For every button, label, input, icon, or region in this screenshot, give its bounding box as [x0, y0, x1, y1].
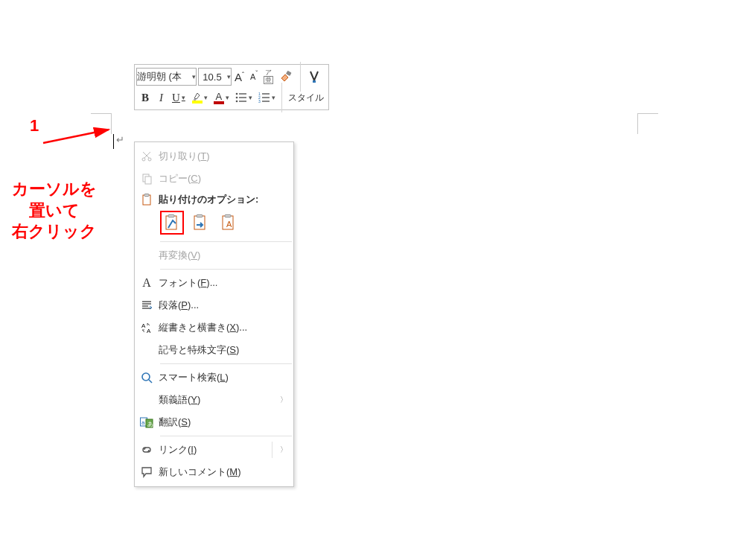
menu-item-symbols[interactable]: 記号と特殊文字(S)	[135, 339, 293, 361]
font-name-value: 游明朝 (本	[137, 70, 191, 83]
menu-item-paragraph[interactable]: 段落(P)...	[135, 294, 293, 316]
menu-label: リンク(I)	[159, 443, 267, 456]
bold-button[interactable]: B	[136, 88, 154, 107]
svg-rect-9	[262, 93, 270, 94]
highlight-swatch	[192, 101, 203, 104]
svg-rect-3	[239, 93, 246, 94]
font-color-button[interactable]: A ▾	[211, 88, 232, 107]
svg-point-14	[142, 158, 145, 161]
menu-item-reconvert: 再変換(V)	[135, 244, 293, 267]
menu-label: 翻訳(S)	[159, 416, 287, 429]
menu-item-font[interactable]: A フォント(F)...	[135, 272, 293, 294]
paragraph-mark: ↵	[116, 134, 124, 145]
svg-text:3: 3	[258, 99, 261, 104]
svg-text:あ: あ	[147, 421, 153, 427]
bullets-button[interactable]: ▾	[232, 88, 255, 107]
annotation-step-1-text: カーソルを 置いて 右クリック	[12, 179, 97, 243]
chevron-down-icon: ▾	[224, 94, 229, 101]
chevron-right-icon: 〉	[277, 395, 287, 405]
separator	[281, 83, 282, 112]
font-name-dropdown[interactable]: 游明朝 (本 ▾	[136, 68, 197, 86]
translate-icon: aあ	[135, 416, 159, 428]
italic-button[interactable]: I	[154, 88, 168, 107]
svg-rect-1	[286, 71, 292, 76]
underline-button[interactable]: U▾	[168, 88, 189, 107]
numbering-button[interactable]: 123 ▾	[255, 88, 278, 107]
separator	[160, 269, 292, 270]
menu-item-new-comment[interactable]: 新しいコメント(M)	[135, 461, 293, 483]
menu-label: フォント(F)...	[159, 276, 287, 290]
chevron-down-icon: ▾	[247, 94, 252, 101]
mini-toolbar: 游明朝 (本 ▾ 10.5 ▾ Aˆ Aˇ ア亜 B I U▾	[134, 64, 329, 110]
font-icon: A	[135, 276, 159, 290]
paste-keep-source-formatting[interactable]	[160, 211, 184, 235]
copy-icon	[135, 173, 159, 185]
chevron-down-icon: ▾	[203, 94, 208, 101]
separator	[160, 436, 292, 436]
svg-rect-25	[225, 215, 231, 217]
chevron-down-icon: ▾	[270, 94, 275, 101]
menu-item-synonyms[interactable]: 類義語(Y) 〉	[135, 389, 293, 411]
svg-rect-22	[194, 216, 205, 229]
paste-options-header: 貼り付けのオプション:	[159, 190, 258, 209]
menu-item-paste-options: 貼り付けのオプション: A	[135, 190, 293, 239]
svg-point-4	[236, 97, 238, 99]
menu-label: 切り取り(T)	[159, 150, 287, 163]
text-caret	[113, 134, 114, 149]
font-color-swatch	[214, 101, 224, 104]
menu-item-cut: 切り取り(T)	[135, 145, 293, 168]
svg-point-6	[236, 101, 238, 103]
styles-label[interactable]: スタイル	[285, 92, 327, 104]
separator	[160, 363, 292, 364]
menu-label: 縦書きと横書き(X)...	[159, 321, 287, 334]
annotation-step-1-number: 1	[30, 116, 39, 136]
annotation-line: 置いて	[12, 200, 97, 222]
svg-point-29	[142, 373, 150, 381]
menu-label: 再変換(V)	[159, 249, 287, 262]
svg-text:a: a	[141, 419, 145, 426]
ruby-top: ア	[265, 69, 272, 76]
link-icon	[135, 444, 159, 456]
shrink-font-button[interactable]: Aˇ	[247, 67, 261, 86]
menu-item-copy: コピー(C)	[135, 168, 293, 190]
font-size-value: 10.5	[199, 71, 226, 83]
scissors-icon	[135, 150, 159, 162]
chevron-down-icon: ▾	[180, 94, 185, 101]
font-size-dropdown[interactable]: 10.5 ▾	[198, 68, 232, 86]
svg-text:A: A	[147, 328, 151, 334]
ruby-bottom: 亜	[264, 76, 273, 84]
svg-rect-5	[239, 97, 246, 98]
page-corner-mark	[91, 113, 112, 134]
menu-item-translate[interactable]: aあ 翻訳(S)	[135, 411, 293, 433]
menu-label: 類義語(Y)	[159, 393, 277, 407]
menu-label: 記号と特殊文字(S)	[159, 343, 287, 357]
highlight-color-button[interactable]: ▾	[189, 88, 211, 107]
svg-point-15	[148, 158, 151, 161]
menu-label: 新しいコメント(M)	[159, 465, 287, 479]
grow-font-button[interactable]: Aˆ	[232, 67, 247, 86]
paste-text-only[interactable]: A	[217, 211, 240, 235]
separator	[160, 241, 292, 242]
svg-rect-17	[145, 176, 151, 184]
svg-rect-23	[197, 215, 203, 217]
paste-merge-formatting[interactable]	[188, 211, 212, 235]
menu-item-text-direction[interactable]: AA 縦書きと横書き(X)...	[135, 316, 293, 339]
page-corner-mark	[637, 113, 658, 134]
chevron-down-icon: ▾	[191, 73, 196, 80]
annotation-line: カーソルを	[12, 179, 97, 200]
paragraph-icon	[135, 299, 159, 311]
text-direction-icon: AA	[135, 322, 159, 334]
menu-item-smart-lookup[interactable]: スマート検索(L)	[135, 366, 293, 389]
phonetic-guide-button[interactable]: ア亜	[261, 67, 276, 86]
menu-label: コピー(C)	[159, 172, 287, 185]
svg-rect-13	[262, 101, 270, 101]
styles-button[interactable]	[304, 69, 325, 85]
clipboard-icon	[135, 194, 159, 206]
menu-label: スマート検索(L)	[159, 371, 287, 384]
comment-icon	[135, 466, 159, 478]
svg-point-2	[236, 93, 238, 95]
chevron-right-icon[interactable]: 〉	[277, 445, 287, 455]
menu-item-link[interactable]: リンク(I) 〉	[135, 439, 293, 461]
svg-rect-11	[262, 97, 270, 98]
format-painter-button[interactable]	[276, 67, 297, 86]
